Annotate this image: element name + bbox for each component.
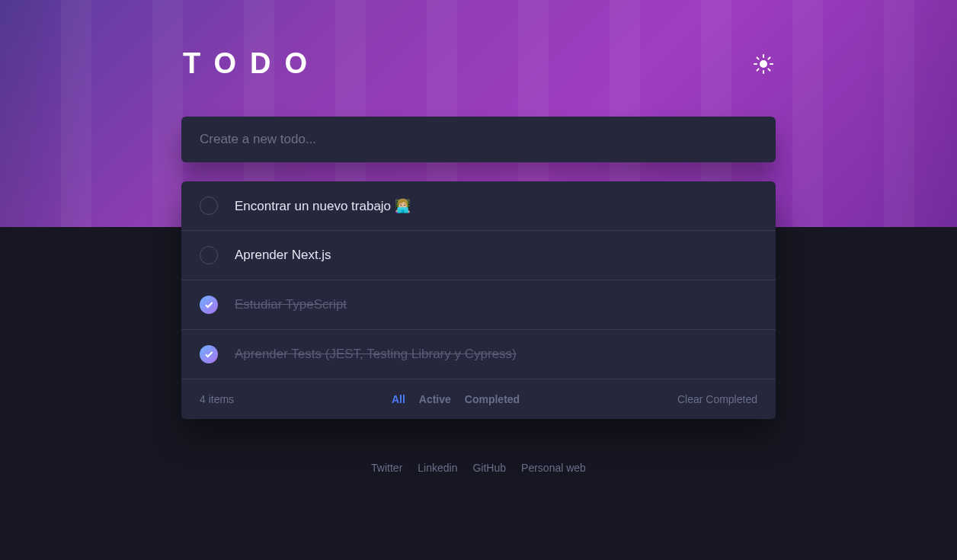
todo-checkbox-checked[interactable]: [200, 296, 218, 314]
github-link[interactable]: GitHub: [472, 462, 506, 474]
clear-completed-button[interactable]: Clear Completed: [677, 393, 757, 405]
filter-active-button[interactable]: Active: [419, 393, 451, 405]
todo-text: Encontrar un nuevo trabajo 👩🏼‍💻: [235, 198, 411, 214]
check-icon: [205, 302, 213, 309]
filter-group: All Active Completed: [392, 393, 520, 405]
new-todo-input[interactable]: [200, 132, 757, 147]
todo-checkbox[interactable]: [200, 246, 218, 264]
footer-bar: 4 items All Active Completed Clear Compl…: [181, 379, 776, 419]
todo-checkbox-checked[interactable]: [200, 345, 218, 363]
check-icon: [205, 351, 213, 358]
sun-icon: [754, 54, 773, 74]
todo-item[interactable]: Aprender Next.js: [181, 231, 776, 280]
personal-web-link[interactable]: Personal web: [521, 462, 586, 474]
filter-all-button[interactable]: All: [392, 393, 405, 405]
todo-checkbox[interactable]: [200, 197, 218, 215]
app-logo: TODO: [183, 47, 321, 80]
todo-item[interactable]: Aprender Tests (JEST, Testing Library y …: [181, 330, 776, 379]
theme-toggle-button[interactable]: [753, 53, 774, 75]
twitter-link[interactable]: Twitter: [371, 462, 402, 474]
social-links: Twitter Linkedin GitHub Personal web: [181, 462, 776, 474]
items-count: 4 items: [200, 393, 234, 405]
filter-completed-button[interactable]: Completed: [465, 393, 520, 405]
todo-item[interactable]: Encontrar un nuevo trabajo 👩🏼‍💻: [181, 181, 776, 231]
todo-text: Aprender Next.js: [235, 248, 331, 263]
input-wrapper: [181, 117, 776, 162]
header: TODO: [181, 47, 776, 80]
todo-text-completed: Aprender Tests (JEST, Testing Library y …: [235, 347, 517, 362]
todo-list: Encontrar un nuevo trabajo 👩🏼‍💻 Aprender…: [181, 181, 776, 419]
main-container: TODO Encontrar un nuevo trabajo 👩🏼‍💻 Apr…: [181, 0, 776, 474]
todo-text-completed: Estudiar TypeScript: [235, 297, 347, 312]
todo-item[interactable]: Estudiar TypeScript: [181, 280, 776, 330]
linkedin-link[interactable]: Linkedin: [418, 462, 457, 474]
